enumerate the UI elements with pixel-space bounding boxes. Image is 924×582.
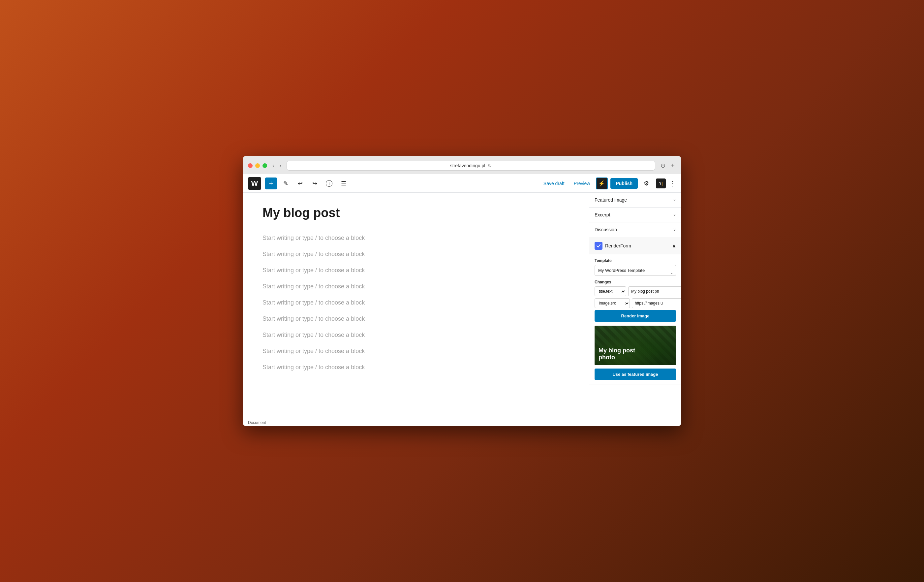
browser-actions: ⊙ + (659, 160, 676, 170)
performance-button[interactable]: ⚡ (596, 177, 608, 189)
changes-row-1: title.text (594, 286, 676, 296)
toolbar-right: Save draft Preview ⚡ Publish ⚙ Y| ⋮ (540, 177, 676, 189)
featured-image-section: Featured image ∨ (589, 193, 681, 208)
change2-value-input[interactable] (632, 298, 681, 308)
wp-logo-text: W (251, 179, 258, 188)
download-button[interactable]: ⊙ (659, 161, 667, 170)
change2-field-select[interactable]: image.src (594, 298, 630, 308)
undo-icon: ↩ (298, 180, 303, 187)
template-label: Template (594, 258, 676, 263)
block-placeholder-7[interactable]: Start writing or type / to choose a bloc… (262, 327, 569, 342)
list-view-button[interactable]: ☰ (338, 177, 350, 189)
maximize-button[interactable] (262, 163, 267, 168)
changes-label: Changes (594, 280, 676, 284)
rendered-image: My blog post photo (594, 326, 676, 365)
block-placeholder-3[interactable]: Start writing or type / to choose a bloc… (262, 263, 569, 278)
editor-sidebar: Featured image ∨ Excerpt ∨ Discussion ∨ (589, 193, 681, 419)
discussion-chevron: ∨ (673, 227, 676, 232)
featured-image-chevron: ∨ (673, 198, 676, 202)
excerpt-header[interactable]: Excerpt ∨ (589, 208, 681, 222)
more-icon: ⋮ (670, 180, 676, 187)
browser-nav: ‹ › (271, 161, 282, 170)
status-bar: Document (243, 419, 681, 426)
renderform-icon (594, 242, 602, 250)
pen-button[interactable]: ✎ (280, 177, 292, 189)
excerpt-chevron: ∨ (673, 212, 676, 217)
post-title[interactable]: My blog post (262, 206, 569, 220)
discussion-label: Discussion (594, 227, 617, 232)
redo-button[interactable]: ↪ (309, 177, 320, 189)
bolt-icon: ⚡ (599, 180, 605, 187)
renderform-header[interactable]: RenderForm ∧ (589, 237, 681, 255)
new-tab-button[interactable]: + (670, 160, 676, 170)
changes-row-2: image.src (594, 298, 676, 308)
info-button[interactable]: i (323, 177, 335, 189)
featured-image-label: Featured image (594, 197, 627, 203)
preview-button[interactable]: Preview (571, 179, 594, 188)
forward-button[interactable]: › (278, 161, 282, 170)
renderform-label: RenderForm (605, 243, 631, 248)
close-button[interactable] (248, 163, 252, 168)
editor-canvas[interactable]: My blog post Start writing or type / to … (243, 193, 589, 419)
minimize-button[interactable] (255, 163, 260, 168)
add-block-button[interactable]: + (265, 177, 277, 189)
redo-icon: ↪ (312, 180, 317, 187)
block-placeholder-8[interactable]: Start writing or type / to choose a bloc… (262, 344, 569, 359)
back-icon: ‹ (272, 163, 274, 169)
renderform-body: Template My WordPress Template Changes t… (589, 255, 681, 384)
gear-icon: ⚙ (644, 180, 649, 187)
yoast-button[interactable]: Y| (655, 177, 667, 189)
browser-window: ‹ › strefavendingu.pl ↻ ⊙ + W + ✎ (243, 156, 681, 426)
excerpt-section: Excerpt ∨ (589, 208, 681, 222)
settings-button[interactable]: ⚙ (640, 177, 652, 189)
yoast-icon: Y| (656, 179, 666, 188)
reload-icon: ↻ (488, 163, 492, 168)
browser-chrome: ‹ › strefavendingu.pl ↻ ⊙ + (243, 156, 681, 174)
template-select[interactable]: My WordPress Template (594, 265, 676, 276)
pen-icon: ✎ (283, 180, 288, 187)
forward-icon: › (279, 163, 281, 169)
renderform-chevron: ∧ (672, 243, 676, 249)
block-placeholder-2[interactable]: Start writing or type / to choose a bloc… (262, 247, 569, 262)
save-draft-button[interactable]: Save draft (540, 179, 568, 188)
image-text-line1: My blog post (599, 347, 635, 354)
wp-logo[interactable]: W (248, 177, 261, 190)
rendered-image-text: My blog post photo (599, 347, 635, 361)
excerpt-label: Excerpt (594, 212, 610, 217)
block-placeholder-1[interactable]: Start writing or type / to choose a bloc… (262, 231, 569, 245)
change1-field-wrapper: title.text (594, 286, 626, 296)
info-icon: i (326, 180, 332, 187)
use-featured-button[interactable]: Use as featured image (594, 369, 676, 380)
wp-editor: W + ✎ ↩ ↪ i ☰ Save draft Previe (243, 174, 681, 426)
render-image-button[interactable]: Render image (594, 310, 676, 322)
publish-button[interactable]: Publish (610, 178, 638, 189)
address-bar[interactable]: strefavendingu.pl ↻ (287, 161, 655, 170)
undo-button[interactable]: ↩ (294, 177, 306, 189)
discussion-header[interactable]: Discussion ∨ (589, 222, 681, 237)
image-text-line2: photo (599, 354, 635, 361)
plus-icon: + (269, 179, 273, 188)
renderform-section: RenderForm ∧ Template My WordPress Templ… (589, 237, 681, 384)
block-placeholder-5[interactable]: Start writing or type / to choose a bloc… (262, 295, 569, 310)
discussion-section: Discussion ∨ (589, 222, 681, 237)
change1-value-input[interactable] (628, 286, 681, 296)
status-label: Document (248, 420, 266, 425)
editor-main: My blog post Start writing or type / to … (243, 193, 681, 419)
block-placeholder-4[interactable]: Start writing or type / to choose a bloc… (262, 279, 569, 294)
block-placeholder-6[interactable]: Start writing or type / to choose a bloc… (262, 311, 569, 326)
block-placeholder-9[interactable]: Start writing or type / to choose a bloc… (262, 360, 569, 375)
template-select-wrapper: My WordPress Template (594, 265, 676, 280)
renderform-title: RenderForm (594, 242, 631, 250)
change1-field-select[interactable]: title.text (594, 286, 626, 296)
more-options-button[interactable]: ⋮ (670, 180, 676, 187)
url-text: strefavendingu.pl (450, 163, 485, 168)
list-icon: ☰ (341, 180, 346, 187)
editor-toolbar: W + ✎ ↩ ↪ i ☰ Save draft Previe (243, 174, 681, 193)
back-button[interactable]: ‹ (271, 161, 276, 170)
traffic-lights (248, 163, 267, 168)
featured-image-header[interactable]: Featured image ∨ (589, 193, 681, 207)
change2-field-wrapper: image.src (594, 298, 630, 308)
